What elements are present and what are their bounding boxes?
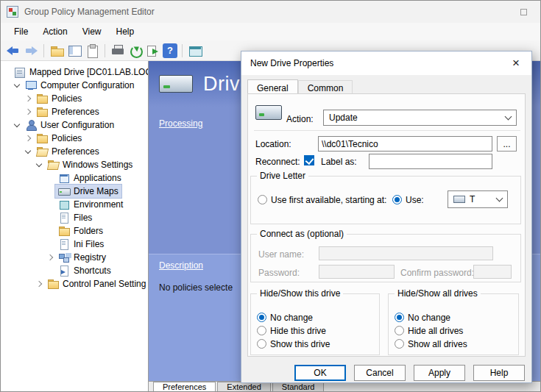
chevron-down-icon	[496, 194, 503, 202]
maximize-button[interactable]	[512, 4, 534, 20]
tree-item-control-panel-settings[interactable]: Control Panel Setting	[1, 277, 148, 291]
processing-link[interactable]: Processing	[159, 118, 202, 129]
location-label: Location:	[255, 139, 291, 149]
help-button[interactable]: Help	[473, 365, 525, 381]
reconnect-checkbox[interactable]	[304, 155, 314, 165]
hide-show-this-drive-group: Hide/Show this drive No change Hide this…	[250, 293, 380, 355]
chevron-spacer	[45, 199, 55, 210]
radio-hide-all-drives[interactable]: Hide all drives	[395, 325, 463, 336]
tree-item-shortcuts[interactable]: Shortcuts	[1, 264, 148, 277]
chevron-collapsed-icon[interactable]	[23, 93, 33, 104]
drive-maps-header-icon	[159, 72, 193, 96]
properties-icon[interactable]	[84, 43, 100, 59]
tab-general[interactable]: General	[247, 79, 298, 93]
menu-action[interactable]: Action	[35, 24, 74, 40]
tree-item-computer-policies[interactable]: Policies	[1, 92, 148, 105]
refresh-icon[interactable]	[127, 43, 144, 59]
tree-item-ini-files[interactable]: Ini Files	[1, 238, 148, 251]
tab-common[interactable]: Common	[298, 80, 353, 94]
tree-item-windows-settings[interactable]: Windows Settings	[1, 158, 148, 171]
new-window-icon[interactable]	[187, 43, 203, 59]
chevron-spacer	[1, 67, 11, 77]
apply-button[interactable]: Apply	[414, 365, 465, 381]
folder-icon	[47, 279, 59, 289]
action-dropdown[interactable]: Update	[323, 110, 517, 126]
label-as-input[interactable]	[369, 154, 492, 169]
chevron-down-icon	[505, 113, 512, 120]
tab-preferences[interactable]: Preferences	[153, 382, 216, 391]
tree-item-environment[interactable]: Environment	[1, 198, 148, 211]
close-button[interactable]: ×	[501, 51, 531, 75]
chevron-spacer	[45, 186, 55, 196]
tree-item-mapped-drive[interactable]: Mapped Drive [DC01.LAB.LOCA	[1, 65, 148, 79]
show-console-tree-icon[interactable]	[66, 43, 82, 59]
chevron-spacer	[45, 266, 55, 276]
description-link[interactable]: Description	[159, 260, 203, 271]
browse-button[interactable]: ...	[497, 136, 517, 152]
no-policies-text: No policies selecte	[159, 282, 233, 293]
drive-letter-dropdown[interactable]: T	[448, 190, 508, 208]
radio-show-this-drive[interactable]: Show this drive	[257, 338, 330, 349]
menu-file[interactable]: File	[7, 24, 35, 40]
chevron-expanded-icon[interactable]	[12, 120, 22, 130]
radio-selected-icon	[392, 195, 402, 204]
tree-item-computer-configuration[interactable]: Computer Configuration	[1, 79, 148, 92]
chevron-expanded-icon[interactable]	[23, 146, 33, 157]
general-tab-page: Action: Update Location: ... Reconnect: …	[247, 93, 526, 357]
up-one-level-icon[interactable]	[49, 43, 65, 59]
shortcut-icon	[58, 266, 70, 276]
tree-item-user-policies[interactable]: Policies	[1, 132, 148, 145]
ok-button[interactable]: OK	[294, 365, 346, 381]
chevron-spacer	[45, 226, 55, 236]
connect-as-group: Connect as (optional) User name: Passwor…	[250, 234, 521, 282]
radio-hide-this-drive[interactable]: Hide this drive	[257, 325, 326, 336]
tree-item-computer-preferences[interactable]: Preferences	[1, 105, 148, 118]
print-icon[interactable]	[110, 43, 126, 59]
radio-icon	[257, 326, 266, 335]
app-icon	[7, 6, 18, 18]
radio-use-drive-letter[interactable]: Use:	[392, 194, 424, 205]
tree-item-user-preferences[interactable]: Preferences	[1, 145, 148, 158]
tree-item-registry[interactable]: Registry	[1, 251, 148, 264]
hide-show-all-group-label: Hide/Show all drives	[395, 288, 481, 299]
chevron-collapsed-icon[interactable]	[34, 279, 44, 289]
tree-item-files[interactable]: Files	[1, 211, 148, 224]
radio-icon	[258, 195, 267, 204]
chevron-collapsed-icon[interactable]	[23, 107, 33, 117]
registry-icon	[58, 252, 70, 263]
radio-use-first-available[interactable]: Use first available, starting at:	[258, 194, 386, 205]
back-icon[interactable]	[5, 43, 21, 59]
toolbar-separator	[43, 44, 44, 57]
chevron-spacer	[45, 239, 55, 249]
chevron-collapsed-icon[interactable]	[23, 133, 33, 143]
hide-show-this-group-label: Hide/Show this drive	[257, 288, 343, 299]
drive-icon	[58, 186, 70, 196]
new-drive-properties-dialog: New Drive Properties × General Common Ac…	[241, 51, 532, 383]
action-label: Action:	[286, 114, 314, 124]
hide-show-all-drives-group: Hide/Show all drives No change Hide all …	[388, 293, 519, 355]
export-list-icon[interactable]	[145, 43, 161, 59]
help-icon[interactable]: ?	[163, 43, 177, 58]
radio-icon	[257, 339, 266, 349]
forward-icon[interactable]	[23, 43, 39, 59]
drive-dialog-icon	[255, 103, 282, 122]
action-value: Update	[329, 113, 358, 123]
cancel-button[interactable]: Cancel	[354, 365, 406, 381]
chevron-spacer	[45, 173, 55, 183]
tree-item-folders[interactable]: Folders	[1, 224, 148, 238]
radio-all-no-change[interactable]: No change	[395, 312, 450, 323]
radio-this-no-change[interactable]: No change	[257, 312, 313, 323]
radio-selected-icon	[395, 313, 404, 322]
tree-item-user-configuration[interactable]: User Configuration	[1, 118, 148, 132]
tree-item-drive-maps[interactable]: Drive Maps	[1, 185, 148, 198]
chevron-collapsed-icon[interactable]	[45, 252, 55, 263]
tree-item-applications[interactable]: Applications	[1, 171, 148, 185]
chevron-expanded-icon[interactable]	[12, 80, 22, 90]
dialog-title: New Drive Properties	[250, 58, 333, 68]
location-input[interactable]	[318, 136, 492, 152]
menu-help[interactable]: Help	[109, 24, 142, 40]
radio-show-all-drives[interactable]: Show all drives	[395, 338, 467, 349]
dialog-title-bar: New Drive Properties ×	[241, 51, 531, 75]
menu-view[interactable]: View	[75, 24, 109, 40]
chevron-expanded-icon[interactable]	[34, 160, 44, 170]
